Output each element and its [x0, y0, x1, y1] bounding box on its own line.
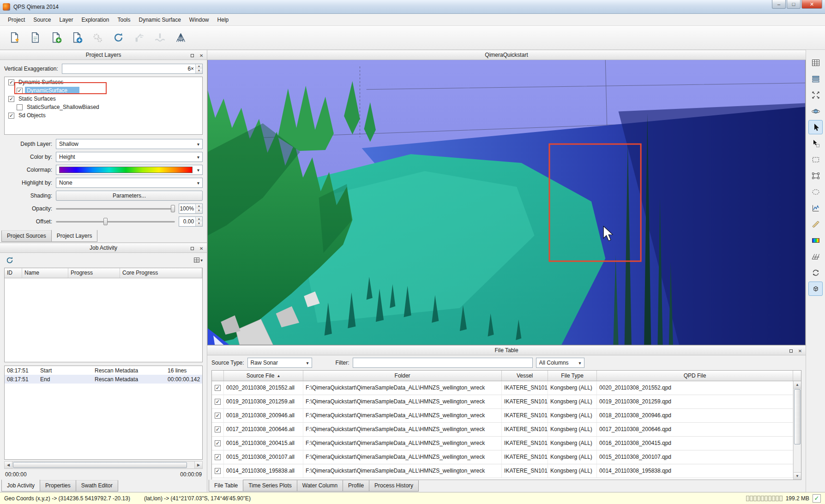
open-project-icon[interactable]: [25, 28, 45, 48]
checkbox-icon[interactable]: ✓: [8, 113, 14, 119]
highlight-by-select[interactable]: None ▾: [56, 178, 203, 188]
tab-water-column[interactable]: Water Column: [297, 480, 343, 492]
depth-layer-select[interactable]: Shallow ▾: [56, 139, 203, 149]
scroll-down-icon[interactable]: ▼: [794, 472, 801, 480]
select-cursor-icon[interactable]: [808, 120, 823, 134]
close-dock-icon[interactable]: ✕: [796, 347, 804, 354]
job-log-hscrollbar[interactable]: ◀ ▶: [4, 461, 203, 469]
column-header-qpd-file[interactable]: QPD File: [597, 371, 793, 381]
select-area-icon[interactable]: [808, 168, 823, 183]
checkbox-icon[interactable]: ✓: [8, 79, 14, 85]
checkbox-icon[interactable]: ✓: [8, 96, 14, 102]
scroll-up-icon[interactable]: ▲: [794, 381, 801, 389]
file-table-row[interactable]: ✓0014_20110308_195838.allF:\QimeraQuicks…: [212, 464, 793, 478]
job-column-progress[interactable]: Progress: [68, 268, 120, 278]
select-ellipse-icon[interactable]: [808, 185, 823, 199]
columns-filter-select[interactable]: All Columns ▾: [536, 358, 584, 368]
layer-tree-item[interactable]: ✓DynamicSurface: [5, 86, 202, 95]
status-ok-icon[interactable]: ✓: [813, 494, 821, 503]
shading-parameters-button[interactable]: Parameters...: [56, 191, 203, 201]
scrollbar-thumb[interactable]: [794, 389, 801, 444]
column-header-source-file[interactable]: Source File▲: [224, 371, 303, 381]
tab-profile[interactable]: Profile: [343, 480, 369, 492]
maximize-button[interactable]: □: [787, 0, 801, 9]
3d-bathymetry-render[interactable]: [208, 60, 805, 345]
spinner-arrows-icon[interactable]: ▲▼: [195, 204, 202, 213]
vertical-exaggeration-spinner[interactable]: 6× ▲▼: [62, 64, 203, 74]
tab-swath-editor[interactable]: Swath Editor: [76, 480, 118, 492]
window-titlebar[interactable]: QPS Qimera 2014 – □ ✕: [0, 0, 825, 14]
job-log-list[interactable]: 08:17:51StartRescan Metadata16 lines08:1…: [4, 366, 203, 460]
tab-project-layers[interactable]: Project Layers: [51, 230, 98, 242]
checkbox-icon[interactable]: ✓: [215, 399, 221, 405]
colormap-select[interactable]: ▾: [56, 165, 203, 175]
spinner-arrows-icon[interactable]: ▲▼: [195, 64, 202, 73]
offset-slider[interactable]: [56, 217, 175, 226]
spinner-arrows-icon[interactable]: ▲▼: [195, 217, 202, 226]
column-header-file-type[interactable]: File Type: [548, 371, 597, 381]
pick-cursor-icon[interactable]: [808, 136, 823, 150]
rescan-files-icon[interactable]: [108, 28, 128, 48]
zoom-extent-icon[interactable]: [808, 88, 823, 102]
new-project-icon[interactable]: [5, 28, 24, 48]
filter-input[interactable]: [353, 358, 533, 368]
scrollbar-thumb[interactable]: [13, 462, 187, 468]
menu-help[interactable]: Help: [213, 15, 233, 25]
project-layers-header[interactable]: Project Layers ✕: [0, 50, 207, 60]
job-table-menu-button[interactable]: ▾: [193, 254, 204, 266]
column-header-vessel[interactable]: Vessel: [502, 371, 548, 381]
minimize-button[interactable]: –: [772, 0, 786, 9]
column-header-folder[interactable]: Folder: [303, 371, 502, 381]
file-table-row[interactable]: ✓0017_20110308_200646.allF:\QimeraQuicks…: [212, 423, 793, 437]
file-table-row[interactable]: ✓0015_20110308_200107.allF:\QimeraQuicks…: [212, 450, 793, 464]
refresh-jobs-icon[interactable]: [4, 254, 16, 266]
file-table-row[interactable]: ✓0020_20110308_201552.allF:\QimeraQuicks…: [212, 381, 793, 395]
tab-process-history[interactable]: Process History: [369, 480, 419, 492]
menu-source[interactable]: Source: [29, 15, 55, 25]
menu-project[interactable]: Project: [4, 15, 29, 25]
float-dock-icon[interactable]: [188, 245, 196, 252]
file-table-row[interactable]: ✓0016_20110308_200415.allF:\QimeraQuicks…: [212, 437, 793, 450]
3d-scene-view[interactable]: [207, 60, 806, 345]
opacity-spinner[interactable]: 100% ▲▼: [179, 204, 203, 214]
file-table-row[interactable]: ✓0018_20110308_200946.allF:\QimeraQuicks…: [212, 409, 793, 423]
add-raw-files-icon[interactable]: [46, 28, 66, 48]
job-log-row[interactable]: 08:17:51StartRescan Metadata16 lines: [5, 366, 202, 375]
checkbox-icon[interactable]: ✓: [215, 413, 221, 419]
layer-tree-item[interactable]: ✓Dynamic Surfaces: [5, 78, 202, 86]
float-dock-icon[interactable]: [787, 347, 795, 354]
checkbox-icon[interactable]: ✓: [215, 440, 221, 446]
source-type-select[interactable]: Raw Sonar ▾: [247, 358, 312, 368]
colormap-tool-icon[interactable]: [808, 233, 823, 247]
layers-view-icon[interactable]: [808, 72, 823, 86]
layer-tree[interactable]: ✓Dynamic Surfaces✓DynamicSurface✓Static …: [4, 77, 203, 135]
table-view-icon[interactable]: [808, 55, 823, 70]
profile-tool-icon[interactable]: [808, 201, 823, 215]
menu-exploration[interactable]: Exploration: [77, 15, 113, 25]
float-dock-icon[interactable]: [188, 52, 196, 59]
checkbox-icon[interactable]: ✓: [215, 468, 221, 474]
rotate-scene-icon[interactable]: [808, 265, 823, 280]
job-activity-header[interactable]: Job Activity ✕: [0, 243, 207, 253]
tab-file-table[interactable]: File Table: [209, 480, 243, 492]
layer-tree-item[interactable]: ✓Sd Objects: [5, 111, 202, 120]
tab-properties[interactable]: Properties: [40, 480, 76, 492]
file-table-vscrollbar[interactable]: ▲ ▼: [793, 381, 801, 480]
checkbox-icon[interactable]: [17, 104, 23, 110]
menu-layer[interactable]: Layer: [55, 15, 77, 25]
scroll-right-icon[interactable]: ▶: [194, 462, 202, 468]
menu-tools[interactable]: Tools: [113, 15, 134, 25]
checkbox-icon[interactable]: ✓: [215, 426, 221, 432]
job-column-id[interactable]: ID: [5, 268, 22, 278]
surface-grid-icon[interactable]: [808, 249, 823, 264]
job-log-row[interactable]: 08:17:51EndRescan Metadata00:00:00.142: [5, 375, 202, 384]
checkbox-icon[interactable]: ✓: [17, 88, 23, 94]
measure-tool-icon[interactable]: [808, 217, 823, 231]
close-dock-icon[interactable]: ✕: [198, 245, 205, 252]
orbit-view-icon[interactable]: [808, 104, 823, 118]
job-column-core-progress[interactable]: Core Progress: [120, 268, 202, 278]
opacity-slider[interactable]: [56, 204, 175, 213]
view-3d-icon[interactable]: [808, 282, 823, 296]
color-by-select[interactable]: Height ▾: [56, 152, 203, 162]
checkbox-icon[interactable]: ✓: [215, 385, 221, 391]
